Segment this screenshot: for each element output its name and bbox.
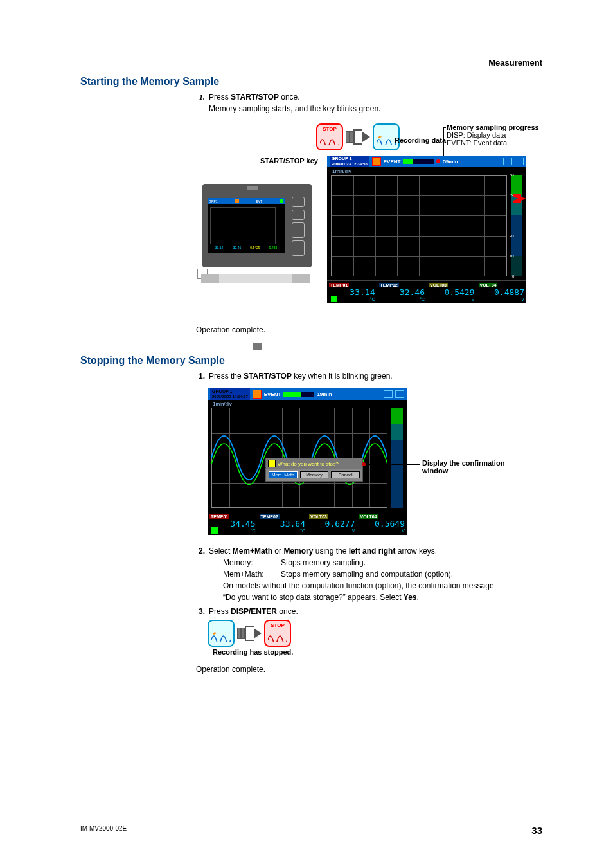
ch-unit: V [429, 297, 475, 302]
def-value: Stops memory sampling and computation (o… [281, 568, 453, 580]
stop-icon: STOP [264, 620, 291, 647]
text: once. [277, 607, 298, 616]
step-number: 1. [196, 91, 205, 114]
trend-display: GROUP 1 2006/01/23 12:34:56 EVENT 59min … [327, 156, 526, 303]
heading-start: Starting the Memory Sample [80, 76, 542, 87]
progress-bar [403, 159, 434, 164]
def-term: Mem+Math: [223, 568, 281, 580]
text: Press [209, 607, 231, 616]
device-key [292, 210, 305, 220]
div-label: 1min/div [213, 401, 232, 407]
ch-unit: °C [260, 529, 306, 533]
ch-unit: V [479, 297, 525, 302]
ch-unit: °C [379, 297, 425, 302]
status-icon [395, 390, 404, 398]
page-section: Measurement [80, 58, 542, 68]
record-icon [372, 157, 381, 166]
device-key [292, 240, 305, 256]
def-term: Memory: [223, 557, 281, 568]
ch-name: TEMP01 [329, 283, 349, 287]
device-key [292, 222, 305, 238]
tick: 0 [512, 275, 514, 278]
text: START/STOP [231, 93, 279, 102]
event-label: EVENT [384, 159, 401, 165]
status-square [331, 296, 337, 302]
text: using the [313, 547, 348, 556]
icon-transition-stop: STOP [208, 620, 542, 647]
ch-unit: V [359, 529, 405, 533]
event-label: EVENT [264, 392, 281, 397]
dialog-title: What do you want to stop? [278, 461, 339, 467]
readouts: TEMP0133.14°C TEMP0232.46°C VOLT030.5429… [327, 280, 526, 303]
duration: 19min [317, 392, 332, 397]
text: Yes [404, 593, 417, 602]
tick: 50 [510, 173, 514, 177]
stop-step2: 2. Select Mem+Math or Memory using the l… [196, 545, 542, 603]
ch-name: TEMP01 [209, 514, 229, 519]
callout-progress-line: EVENT: Event data [447, 139, 539, 147]
figure-start: STOP Recording data Memory sampling prog… [80, 123, 542, 316]
leader-line [364, 464, 420, 465]
ch-name: TEMP02 [379, 283, 399, 287]
group-label: GROUP 1 2006/01/23 14:14:37 [210, 388, 250, 400]
stop-icon: STOP [316, 123, 343, 150]
callout-progress-line: DISP: Display data [447, 131, 539, 139]
text: 2006/01/23 12:34:56 [332, 161, 368, 167]
op-complete: Operation complete. [196, 324, 542, 336]
text: GROUP 1 [332, 156, 368, 161]
mem-math-button[interactable]: Mem+Math [269, 471, 298, 478]
stop-icon-label: STOP [265, 622, 290, 628]
text: GROUP 1 [212, 389, 248, 394]
text: . [417, 593, 419, 602]
text: “Do you want to stop data storage?” appe… [223, 593, 404, 602]
text: On models without the computation functi… [223, 580, 494, 592]
status-icon [503, 158, 512, 165]
ch-name: VOLT03 [429, 283, 448, 287]
doc-id: IM MV2000-02E [80, 825, 127, 836]
confirm-dialog: What do you want to stop? Mem+Math Memor… [265, 458, 363, 482]
ch-name: TEMP02 [260, 514, 280, 519]
tick: 10 [510, 254, 514, 258]
step-number: 2. [196, 545, 205, 603]
div-label: 1min/div [332, 168, 351, 174]
leader-dot [362, 462, 366, 466]
ch-val: 0.6277 [309, 520, 355, 529]
text: START/STOP [244, 372, 292, 381]
header-rule [80, 69, 542, 69]
status-icon [384, 390, 393, 398]
figure-stop: GROUP 1 2006/01/23 14:14:37 EVENT 19min … [208, 388, 542, 536]
recording-stopped-label: Recording has stopped. [213, 648, 542, 656]
scale-ruler: 50 40 20 10 0 [511, 175, 522, 276]
readouts: TEMP0134.45°C TEMP0233.64°C VOLT030.6277… [208, 512, 407, 535]
callout-progress-title: Memory sampling progress [447, 123, 539, 131]
ch-val: 33.64 [260, 520, 306, 529]
callout-progress: Memory sampling progress DISP: Display d… [447, 123, 539, 147]
start-step1: 1. Press START/STOP once. Memory samplin… [196, 91, 542, 114]
scale-ruler [391, 408, 403, 508]
text: arrow keys. [395, 547, 437, 556]
callout-confirm: Display the confirmation window [422, 459, 525, 475]
text: or [272, 547, 283, 556]
duration: 59min [443, 159, 458, 165]
stop-icon-label: STOP [317, 126, 342, 132]
op-complete: Operation complete. [196, 664, 542, 675]
device-key [292, 197, 305, 207]
progress-bar [283, 392, 314, 397]
memory-button[interactable]: Memory [300, 471, 329, 478]
record-dot-icon [436, 159, 440, 163]
cancel-button[interactable]: Cancel [331, 471, 360, 478]
record-icon [253, 390, 262, 399]
heading-stop: Stopping the Memory Sample [80, 355, 542, 366]
step-number: 1. [196, 370, 205, 382]
device-drawing: GRP1 EVT 33.14 32.46 0.5429 0.488 [202, 184, 312, 289]
text: 2006/01/23 14:14:37 [212, 394, 248, 399]
text: Mem+Math [233, 547, 272, 556]
ch-unit: V [309, 529, 355, 533]
text: Select [209, 547, 233, 556]
transition-arrow [237, 626, 262, 641]
callout-recording-data: Recording data [391, 136, 449, 144]
icon-transition: STOP [316, 123, 400, 150]
def-value: Stops memory sampling. [281, 557, 366, 568]
ch-val: 0.5649 [359, 520, 405, 529]
status-icon [515, 158, 524, 165]
